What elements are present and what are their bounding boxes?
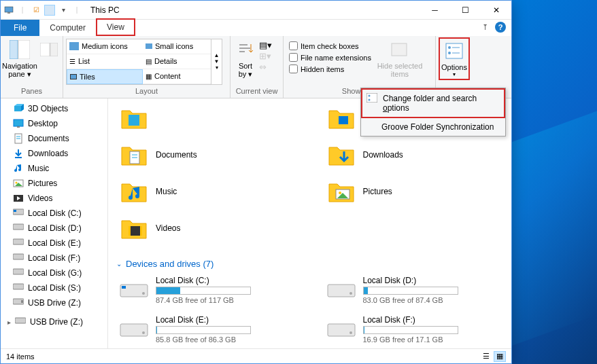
help-icon[interactable]: ? [495, 22, 506, 33]
nav-local-disk-s[interactable]: Local Disk (S:) [1, 280, 107, 295]
nav-videos[interactable]: Videos [1, 191, 107, 206]
svg-rect-34 [13, 224, 24, 230]
nav-local-disk-d[interactable]: Local Disk (D:) [1, 221, 107, 236]
maximize-button[interactable]: ☐ [450, 1, 481, 19]
drive-d[interactable]: Local Disk (D:) 83.0 GB free of 87.4 GB [324, 273, 504, 307]
nav-documents[interactable]: Documents [1, 131, 107, 146]
ribbon-collapse-icon[interactable]: ⤒ [482, 23, 488, 32]
navigation-pane-button[interactable]: Navigationpane ▾ [3, 37, 36, 80]
svg-marker-50 [329, 147, 354, 165]
svg-rect-5 [50, 43, 58, 56]
details-view-icon[interactable]: ☰ [480, 351, 492, 362]
nav-local-disk-e[interactable]: Local Disk (E:) [1, 236, 107, 251]
groove-sync-item[interactable]: Groove Folder Synchronization [361, 118, 505, 136]
change-folder-options-item[interactable]: Change folder and search options [361, 88, 505, 118]
titlebar: | ☑ ▾ | This PC ─ ☐ ✕ [1, 1, 511, 20]
add-columns-icon[interactable]: ⊞▾ [259, 51, 272, 61]
drive-c[interactable]: Local Disk (C:) 87.4 GB free of 117 GB [116, 273, 296, 307]
folder-documents[interactable]: Documents [116, 139, 296, 170]
svg-rect-40 [21, 300, 23, 303]
view-content[interactable]: ▦Content [143, 69, 211, 84]
svg-rect-59 [140, 226, 142, 236]
item-checkboxes-toggle[interactable]: Item check boxes [286, 40, 374, 52]
svg-rect-21 [14, 120, 23, 126]
nav-local-disk-g[interactable]: Local Disk (G:) [1, 266, 107, 280]
nav-usb-drive-z2[interactable]: ▸USB Drive (Z:) [1, 314, 107, 329]
svg-marker-51 [122, 184, 146, 202]
pc-icon [3, 5, 14, 16]
svg-point-13 [448, 52, 451, 54]
tab-computer[interactable]: Computer [39, 20, 96, 36]
window-title: This PC [85, 5, 420, 15]
folder-downloads[interactable]: Downloads [324, 139, 504, 170]
svg-point-11 [448, 46, 451, 49]
qat-sep: | [17, 5, 28, 16]
minimize-button[interactable]: ─ [420, 1, 450, 19]
svg-rect-43 [129, 115, 139, 126]
svg-rect-65 [120, 324, 148, 336]
folder-item-partial[interactable] [116, 103, 296, 134]
tiles-view-icon[interactable]: ▦ [494, 351, 506, 362]
svg-point-17 [369, 99, 371, 101]
svg-rect-35 [13, 239, 24, 244]
drive-f[interactable]: Local Disk (F:) 16.9 GB free of 17.1 GB [324, 312, 504, 346]
checkbox-icon[interactable]: ☑ [31, 5, 41, 16]
tab-file[interactable]: File [1, 20, 39, 36]
hidden-items-toggle[interactable]: Hidden items [286, 63, 374, 75]
svg-rect-15 [366, 93, 377, 103]
layout-scroll[interactable]: ▲▼▾ [211, 39, 222, 84]
svg-rect-1 [7, 12, 10, 14]
svg-rect-33 [14, 210, 16, 212]
group-by-icon[interactable]: ▤▾ [259, 40, 272, 50]
svg-point-28 [16, 182, 18, 184]
qat-dropdown-icon[interactable]: ▾ [58, 5, 69, 16]
view-details[interactable]: ▤Details [143, 54, 211, 69]
ribbon-tabs: File Computer View ⤒ ? [1, 20, 511, 36]
view-medium-icons[interactable]: Medium icons [67, 39, 143, 54]
svg-rect-58 [129, 226, 131, 236]
nav-downloads[interactable]: Downloads [1, 146, 107, 161]
options-button[interactable]: Options▾ [439, 37, 470, 80]
svg-point-16 [369, 95, 371, 97]
svg-rect-45 [339, 116, 348, 124]
main-content[interactable]: Documents Downloads Music Pictures Video… [108, 98, 511, 352]
nav-usb-drive-z[interactable]: USB Drive (Z:) [1, 295, 107, 310]
chevron-down-icon: ⌄ [116, 260, 122, 268]
nav-music[interactable]: Music [1, 161, 107, 176]
devices-section-header[interactable]: ⌄ Devices and drives (7) [116, 255, 503, 273]
folder-videos[interactable]: Videos [116, 213, 296, 244]
file-extensions-toggle[interactable]: File name extensions [286, 52, 374, 63]
svg-rect-22 [17, 126, 20, 128]
nav-desktop[interactable]: Desktop [1, 116, 107, 131]
svg-rect-61 [122, 286, 126, 289]
options-dropdown: Change folder and search options Groove … [360, 88, 506, 136]
svg-point-66 [142, 331, 145, 334]
view-tiles[interactable]: Tiles [67, 69, 143, 84]
item-count: 14 items [6, 352, 35, 361]
view-list[interactable]: ☰List [67, 54, 143, 69]
tab-view[interactable]: View [96, 18, 135, 36]
qat-sep: | [71, 5, 82, 16]
nav-3d-objects[interactable]: 3D Objects [1, 101, 107, 116]
explorer-window: | ☑ ▾ | This PC ─ ☐ ✕ File Computer View… [0, 0, 512, 364]
svg-point-54 [339, 192, 341, 194]
nav-local-disk-f[interactable]: Local Disk (F:) [1, 251, 107, 266]
view-small-icons[interactable]: Small icons [143, 39, 211, 54]
nav-local-disk-c[interactable]: Local Disk (C:) [1, 206, 107, 221]
svg-rect-67 [328, 324, 355, 336]
close-button[interactable]: ✕ [481, 1, 511, 19]
folder-music[interactable]: Music [116, 176, 296, 207]
navigation-pane[interactable]: 3D Objects Desktop Documents Downloads M… [1, 98, 108, 352]
svg-point-62 [142, 292, 145, 295]
svg-rect-18 [14, 106, 21, 111]
sort-by-button[interactable]: Sortby ▾ [233, 37, 258, 80]
folder-pictures[interactable]: Pictures [324, 176, 504, 207]
size-columns-icon[interactable]: ⇔ [259, 62, 272, 72]
preview-pane-button[interactable] [37, 37, 61, 63]
svg-rect-10 [446, 43, 462, 58]
svg-rect-3 [18, 40, 30, 59]
qat-icon[interactable] [44, 5, 55, 16]
nav-pictures[interactable]: Pictures [1, 176, 107, 191]
drive-e[interactable]: Local Disk (E:) 85.8 GB free of 86.3 GB [116, 312, 296, 346]
svg-point-68 [349, 331, 352, 334]
